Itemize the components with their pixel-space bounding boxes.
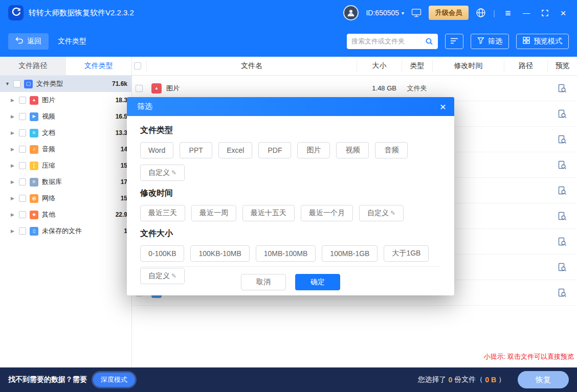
expand-arrow-icon[interactable]: ▶: [11, 147, 17, 152]
expand-arrow-icon[interactable]: ▶: [11, 98, 17, 103]
preview-icon[interactable]: [558, 212, 567, 221]
checkbox[interactable]: [13, 80, 20, 87]
option-100kb-10mb[interactable]: 100KB-10MB: [190, 245, 249, 262]
file-type-options: Word PPT Excel PDF 图片 视频 音频 自定义: [140, 142, 441, 181]
expand-arrow-icon[interactable]: ▶: [11, 212, 17, 217]
preview-icon[interactable]: [558, 109, 567, 119]
checkbox[interactable]: [19, 129, 26, 136]
preview-icon[interactable]: [558, 135, 567, 144]
sidebar-item-archives[interactable]: ▶ 压缩 15: [0, 157, 131, 174]
filter-button[interactable]: 筛选: [471, 34, 509, 49]
device-monitor-icon[interactable]: [411, 8, 421, 17]
titlebar: 转转大师数据恢复软件V2.2.3.2 ID:650505 ▾ 升级会员: [0, 0, 577, 26]
sidebar-tabs: 文件路径 文件类型: [0, 57, 131, 76]
preview-icon[interactable]: [558, 160, 567, 170]
option-audio[interactable]: 音频: [375, 142, 408, 158]
option-0-100kb[interactable]: 0-100KB: [140, 245, 184, 262]
expand-arrow-icon[interactable]: ▶: [11, 196, 17, 201]
option-last-3-days[interactable]: 最近三天: [140, 205, 185, 221]
image-icon: [30, 96, 38, 105]
option-ppt[interactable]: PPT: [180, 142, 212, 158]
modified-time-options: 最近三天 最近一周 最近十五天 最近一个月 自定义: [140, 205, 441, 221]
file-name: 图片: [166, 84, 180, 93]
option-video[interactable]: 视频: [336, 142, 369, 158]
preview-icon[interactable]: [558, 263, 567, 272]
column-header-preview: 预览: [547, 60, 577, 72]
expand-arrow-icon[interactable]: ▶: [11, 228, 17, 234]
sidebar-item-unsaved-files[interactable]: ▶ 未保存的文件 1: [0, 223, 131, 239]
recover-button[interactable]: 恢复: [518, 371, 569, 388]
sidebar-item-documents[interactable]: ▶ 文档 13.3: [0, 125, 131, 141]
search-box: [347, 34, 438, 49]
preview-mode-button[interactable]: 预览模式: [516, 34, 569, 49]
option-10mb-100mb[interactable]: 10MB-100MB: [256, 245, 316, 262]
sidebar-item-audio[interactable]: ▶ 音频 14: [0, 141, 131, 157]
sidebar: 文件路径 文件类型 ▼ 文件类型 71.6k ▶ 图片 18.3 ▶ 视频 16…: [0, 57, 132, 367]
filter-label: 筛选: [488, 37, 502, 46]
support-globe-icon[interactable]: [476, 8, 486, 18]
sidebar-item-videos[interactable]: ▶ 视频 16.5: [0, 108, 131, 125]
close-button[interactable]: ×: [558, 8, 569, 18]
checkbox[interactable]: [19, 162, 26, 169]
checkbox[interactable]: [19, 113, 26, 120]
preview-icon[interactable]: [558, 84, 567, 93]
user-id-menu[interactable]: ID:650505 ▾: [366, 9, 404, 17]
maximize-button[interactable]: [539, 8, 550, 18]
back-button[interactable]: 返回: [8, 33, 49, 50]
row-checkbox[interactable]: [136, 85, 143, 92]
cancel-button[interactable]: 取消: [241, 274, 286, 290]
checkbox[interactable]: [19, 195, 26, 202]
option-pdf[interactable]: PDF: [258, 142, 291, 158]
option-excel[interactable]: Excel: [218, 142, 252, 158]
expand-arrow-icon[interactable]: ▶: [11, 163, 17, 168]
collapse-arrow-icon[interactable]: ▼: [5, 81, 12, 86]
option-last-month[interactable]: 最近一个月: [301, 205, 353, 221]
checkbox[interactable]: [19, 97, 26, 104]
preview-icon[interactable]: [558, 237, 567, 246]
document-icon: [30, 129, 38, 137]
expand-arrow-icon[interactable]: ▶: [11, 114, 17, 119]
select-all-checkbox[interactable]: [134, 62, 141, 70]
checkbox[interactable]: [19, 211, 26, 218]
checkbox[interactable]: [19, 227, 26, 235]
deep-mode-button[interactable]: 深度模式: [93, 373, 135, 387]
menu-icon[interactable]: ≡: [502, 8, 514, 18]
minimize-button[interactable]: —: [521, 9, 532, 16]
upgrade-member-button[interactable]: 升级会员: [429, 6, 469, 20]
confirm-button[interactable]: 确定: [295, 274, 340, 290]
deep-scan-question: 找不到需要的数据？需要: [8, 375, 87, 384]
close-icon[interactable]: ×: [440, 101, 446, 112]
column-header-path: 路径: [504, 60, 547, 72]
sidebar-item-images[interactable]: ▶ 图片 18.3: [0, 92, 131, 108]
sidebar-item-others[interactable]: ▶ 其他 22.9: [0, 206, 131, 223]
preview-icon[interactable]: [558, 186, 567, 195]
option-image[interactable]: 图片: [297, 142, 330, 158]
option-last-week[interactable]: 最近一周: [191, 205, 236, 221]
option-custom-time[interactable]: 自定义: [359, 205, 404, 221]
expand-arrow-icon[interactable]: ▶: [11, 130, 17, 135]
option-100mb-1gb[interactable]: 100MB-1GB: [322, 245, 378, 262]
sort-button[interactable]: [445, 34, 463, 49]
funnel-icon: [477, 37, 484, 45]
option-last-15-days[interactable]: 最近十五天: [242, 205, 295, 221]
avatar[interactable]: [343, 5, 359, 20]
checkbox[interactable]: [19, 146, 26, 153]
app-logo: [8, 5, 24, 20]
option-custom-file-type[interactable]: 自定义: [140, 165, 185, 181]
option-over-1gb[interactable]: 大于1GB: [384, 245, 429, 262]
sidebar-item-network[interactable]: ▶ 网络 15: [0, 190, 131, 206]
user-icon: [346, 8, 356, 17]
sidebar-item-databases[interactable]: ▶ 数据库 17: [0, 174, 131, 190]
selection-summary: 您选择了 0 份文件（ 0 B ）: [417, 375, 505, 384]
table-header: 文件名 大小 类型 修改时间 路径 预览: [132, 57, 577, 76]
tab-file-path[interactable]: 文件路径: [0, 57, 66, 75]
tab-file-type[interactable]: 文件类型: [66, 57, 132, 75]
dialog-title: 筛选: [137, 102, 152, 111]
checkbox[interactable]: [19, 178, 26, 186]
preview-icon[interactable]: [558, 288, 567, 297]
search-icon[interactable]: [425, 37, 433, 45]
search-input[interactable]: [351, 37, 425, 45]
sidebar-item-file-types[interactable]: ▼ 文件类型 71.6k: [0, 76, 131, 92]
option-word[interactable]: Word: [140, 142, 173, 158]
expand-arrow-icon[interactable]: ▶: [11, 179, 17, 185]
